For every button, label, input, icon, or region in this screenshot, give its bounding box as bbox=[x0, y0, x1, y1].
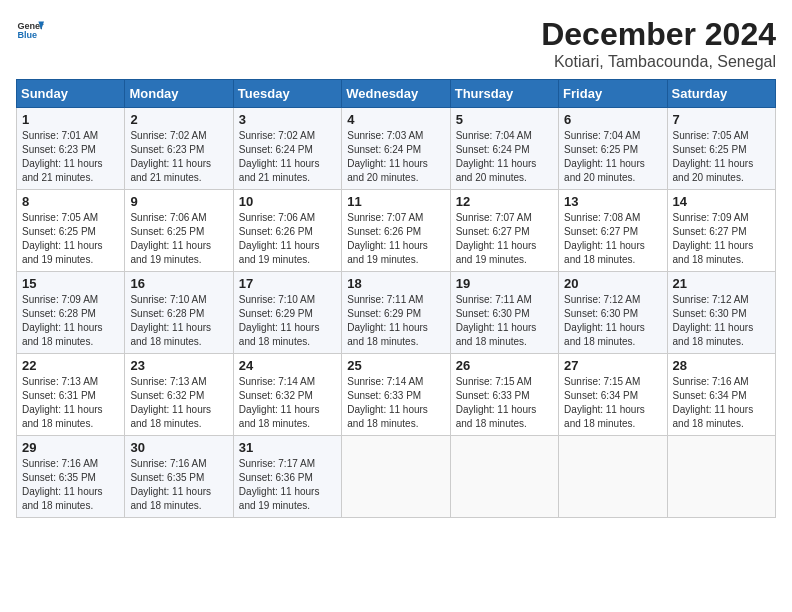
day-info: Sunrise: 7:08 AM Sunset: 6:27 PM Dayligh… bbox=[564, 211, 661, 267]
day-number: 9 bbox=[130, 194, 227, 209]
day-number: 1 bbox=[22, 112, 119, 127]
calendar-cell: 27Sunrise: 7:15 AM Sunset: 6:34 PM Dayli… bbox=[559, 354, 667, 436]
day-number: 11 bbox=[347, 194, 444, 209]
calendar-cell bbox=[667, 436, 775, 518]
calendar-week-5: 29Sunrise: 7:16 AM Sunset: 6:35 PM Dayli… bbox=[17, 436, 776, 518]
calendar-cell: 5Sunrise: 7:04 AM Sunset: 6:24 PM Daylig… bbox=[450, 108, 558, 190]
calendar-cell: 6Sunrise: 7:04 AM Sunset: 6:25 PM Daylig… bbox=[559, 108, 667, 190]
logo-icon: General Blue bbox=[16, 16, 44, 44]
calendar-cell: 14Sunrise: 7:09 AM Sunset: 6:27 PM Dayli… bbox=[667, 190, 775, 272]
day-info: Sunrise: 7:14 AM Sunset: 6:33 PM Dayligh… bbox=[347, 375, 444, 431]
day-info: Sunrise: 7:02 AM Sunset: 6:24 PM Dayligh… bbox=[239, 129, 336, 185]
day-number: 29 bbox=[22, 440, 119, 455]
day-info: Sunrise: 7:06 AM Sunset: 6:25 PM Dayligh… bbox=[130, 211, 227, 267]
calendar-week-4: 22Sunrise: 7:13 AM Sunset: 6:31 PM Dayli… bbox=[17, 354, 776, 436]
weekday-thursday: Thursday bbox=[450, 80, 558, 108]
calendar-cell: 28Sunrise: 7:16 AM Sunset: 6:34 PM Dayli… bbox=[667, 354, 775, 436]
calendar-cell bbox=[450, 436, 558, 518]
weekday-wednesday: Wednesday bbox=[342, 80, 450, 108]
page-header: General Blue December 2024 Kotiari, Tamb… bbox=[16, 16, 776, 71]
calendar-cell: 25Sunrise: 7:14 AM Sunset: 6:33 PM Dayli… bbox=[342, 354, 450, 436]
weekday-tuesday: Tuesday bbox=[233, 80, 341, 108]
day-info: Sunrise: 7:11 AM Sunset: 6:29 PM Dayligh… bbox=[347, 293, 444, 349]
day-number: 31 bbox=[239, 440, 336, 455]
calendar-cell bbox=[342, 436, 450, 518]
day-number: 23 bbox=[130, 358, 227, 373]
calendar-table: SundayMondayTuesdayWednesdayThursdayFrid… bbox=[16, 79, 776, 518]
calendar-cell: 3Sunrise: 7:02 AM Sunset: 6:24 PM Daylig… bbox=[233, 108, 341, 190]
day-info: Sunrise: 7:12 AM Sunset: 6:30 PM Dayligh… bbox=[564, 293, 661, 349]
calendar-cell: 1Sunrise: 7:01 AM Sunset: 6:23 PM Daylig… bbox=[17, 108, 125, 190]
day-number: 7 bbox=[673, 112, 770, 127]
day-info: Sunrise: 7:05 AM Sunset: 6:25 PM Dayligh… bbox=[22, 211, 119, 267]
day-number: 19 bbox=[456, 276, 553, 291]
day-number: 10 bbox=[239, 194, 336, 209]
day-number: 22 bbox=[22, 358, 119, 373]
logo: General Blue bbox=[16, 16, 44, 44]
calendar-week-3: 15Sunrise: 7:09 AM Sunset: 6:28 PM Dayli… bbox=[17, 272, 776, 354]
calendar-cell bbox=[559, 436, 667, 518]
day-number: 2 bbox=[130, 112, 227, 127]
day-number: 26 bbox=[456, 358, 553, 373]
day-number: 4 bbox=[347, 112, 444, 127]
calendar-cell: 19Sunrise: 7:11 AM Sunset: 6:30 PM Dayli… bbox=[450, 272, 558, 354]
day-info: Sunrise: 7:02 AM Sunset: 6:23 PM Dayligh… bbox=[130, 129, 227, 185]
calendar-cell: 13Sunrise: 7:08 AM Sunset: 6:27 PM Dayli… bbox=[559, 190, 667, 272]
day-number: 6 bbox=[564, 112, 661, 127]
title-block: December 2024 Kotiari, Tambacounda, Sene… bbox=[541, 16, 776, 71]
weekday-header-row: SundayMondayTuesdayWednesdayThursdayFrid… bbox=[17, 80, 776, 108]
day-info: Sunrise: 7:15 AM Sunset: 6:34 PM Dayligh… bbox=[564, 375, 661, 431]
day-number: 8 bbox=[22, 194, 119, 209]
calendar-cell: 29Sunrise: 7:16 AM Sunset: 6:35 PM Dayli… bbox=[17, 436, 125, 518]
day-info: Sunrise: 7:01 AM Sunset: 6:23 PM Dayligh… bbox=[22, 129, 119, 185]
day-info: Sunrise: 7:17 AM Sunset: 6:36 PM Dayligh… bbox=[239, 457, 336, 513]
day-number: 21 bbox=[673, 276, 770, 291]
calendar-cell: 21Sunrise: 7:12 AM Sunset: 6:30 PM Dayli… bbox=[667, 272, 775, 354]
day-info: Sunrise: 7:04 AM Sunset: 6:25 PM Dayligh… bbox=[564, 129, 661, 185]
day-info: Sunrise: 7:10 AM Sunset: 6:29 PM Dayligh… bbox=[239, 293, 336, 349]
page-subtitle: Kotiari, Tambacounda, Senegal bbox=[541, 53, 776, 71]
day-info: Sunrise: 7:03 AM Sunset: 6:24 PM Dayligh… bbox=[347, 129, 444, 185]
calendar-cell: 16Sunrise: 7:10 AM Sunset: 6:28 PM Dayli… bbox=[125, 272, 233, 354]
calendar-cell: 15Sunrise: 7:09 AM Sunset: 6:28 PM Dayli… bbox=[17, 272, 125, 354]
day-info: Sunrise: 7:10 AM Sunset: 6:28 PM Dayligh… bbox=[130, 293, 227, 349]
day-number: 14 bbox=[673, 194, 770, 209]
calendar-cell: 7Sunrise: 7:05 AM Sunset: 6:25 PM Daylig… bbox=[667, 108, 775, 190]
day-info: Sunrise: 7:09 AM Sunset: 6:28 PM Dayligh… bbox=[22, 293, 119, 349]
weekday-friday: Friday bbox=[559, 80, 667, 108]
calendar-body: 1Sunrise: 7:01 AM Sunset: 6:23 PM Daylig… bbox=[17, 108, 776, 518]
day-number: 5 bbox=[456, 112, 553, 127]
day-number: 27 bbox=[564, 358, 661, 373]
calendar-cell: 26Sunrise: 7:15 AM Sunset: 6:33 PM Dayli… bbox=[450, 354, 558, 436]
calendar-cell: 4Sunrise: 7:03 AM Sunset: 6:24 PM Daylig… bbox=[342, 108, 450, 190]
day-number: 30 bbox=[130, 440, 227, 455]
calendar-cell: 23Sunrise: 7:13 AM Sunset: 6:32 PM Dayli… bbox=[125, 354, 233, 436]
day-info: Sunrise: 7:13 AM Sunset: 6:32 PM Dayligh… bbox=[130, 375, 227, 431]
day-number: 25 bbox=[347, 358, 444, 373]
day-info: Sunrise: 7:11 AM Sunset: 6:30 PM Dayligh… bbox=[456, 293, 553, 349]
day-info: Sunrise: 7:14 AM Sunset: 6:32 PM Dayligh… bbox=[239, 375, 336, 431]
day-number: 13 bbox=[564, 194, 661, 209]
day-number: 28 bbox=[673, 358, 770, 373]
calendar-cell: 10Sunrise: 7:06 AM Sunset: 6:26 PM Dayli… bbox=[233, 190, 341, 272]
day-number: 18 bbox=[347, 276, 444, 291]
day-info: Sunrise: 7:16 AM Sunset: 6:35 PM Dayligh… bbox=[130, 457, 227, 513]
day-info: Sunrise: 7:12 AM Sunset: 6:30 PM Dayligh… bbox=[673, 293, 770, 349]
day-info: Sunrise: 7:04 AM Sunset: 6:24 PM Dayligh… bbox=[456, 129, 553, 185]
calendar-cell: 22Sunrise: 7:13 AM Sunset: 6:31 PM Dayli… bbox=[17, 354, 125, 436]
day-number: 15 bbox=[22, 276, 119, 291]
calendar-cell: 17Sunrise: 7:10 AM Sunset: 6:29 PM Dayli… bbox=[233, 272, 341, 354]
day-info: Sunrise: 7:13 AM Sunset: 6:31 PM Dayligh… bbox=[22, 375, 119, 431]
page-title: December 2024 bbox=[541, 16, 776, 53]
calendar-cell: 30Sunrise: 7:16 AM Sunset: 6:35 PM Dayli… bbox=[125, 436, 233, 518]
day-number: 20 bbox=[564, 276, 661, 291]
day-info: Sunrise: 7:09 AM Sunset: 6:27 PM Dayligh… bbox=[673, 211, 770, 267]
calendar-cell: 8Sunrise: 7:05 AM Sunset: 6:25 PM Daylig… bbox=[17, 190, 125, 272]
day-info: Sunrise: 7:07 AM Sunset: 6:27 PM Dayligh… bbox=[456, 211, 553, 267]
calendar-cell: 11Sunrise: 7:07 AM Sunset: 6:26 PM Dayli… bbox=[342, 190, 450, 272]
calendar-cell: 18Sunrise: 7:11 AM Sunset: 6:29 PM Dayli… bbox=[342, 272, 450, 354]
calendar-cell: 20Sunrise: 7:12 AM Sunset: 6:30 PM Dayli… bbox=[559, 272, 667, 354]
calendar-week-1: 1Sunrise: 7:01 AM Sunset: 6:23 PM Daylig… bbox=[17, 108, 776, 190]
weekday-saturday: Saturday bbox=[667, 80, 775, 108]
day-number: 12 bbox=[456, 194, 553, 209]
